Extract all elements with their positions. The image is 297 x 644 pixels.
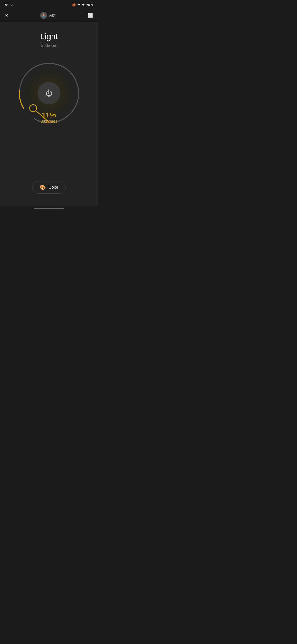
status-time: 9:02 <box>5 3 13 7</box>
mute-icon: 🔕 <box>72 3 76 7</box>
app-logo <box>40 12 47 19</box>
status-icons: 🔕 ▼ ✈ 65% <box>72 3 93 7</box>
airplane-icon: ✈ <box>82 3 85 7</box>
brightness-info: 11% Brightness <box>34 111 64 123</box>
home-indicator <box>0 206 98 212</box>
brightness-label: Brightness <box>34 119 64 123</box>
close-button[interactable]: × <box>5 13 8 18</box>
home-bar <box>34 208 64 209</box>
color-button[interactable]: 🎨 Color <box>32 181 65 194</box>
power-icon: ⏻ <box>45 89 53 97</box>
status-bar: 9:02 🔕 ▼ ✈ 65% <box>0 0 98 9</box>
external-link-button[interactable]: ⬜ <box>87 13 93 18</box>
wifi-icon: ▼ <box>77 3 81 7</box>
battery-icon: 65% <box>86 3 93 7</box>
main-content: Light Bedroom <box>0 22 98 206</box>
device-location: Bedroom <box>41 43 57 48</box>
device-name: Light <box>40 32 58 41</box>
brightness-slider[interactable]: ⏻ 11% Brightness <box>14 58 84 128</box>
nav-center: Apt <box>40 12 55 19</box>
brightness-value: 11% <box>34 111 64 119</box>
color-button-label: Color <box>48 185 58 190</box>
app-name: Apt <box>49 13 55 18</box>
power-button[interactable]: ⏻ <box>38 82 60 104</box>
top-nav: × Apt ⬜ <box>0 9 98 22</box>
color-button-container: 🎨 Color <box>27 176 70 199</box>
palette-icon: 🎨 <box>40 184 46 190</box>
